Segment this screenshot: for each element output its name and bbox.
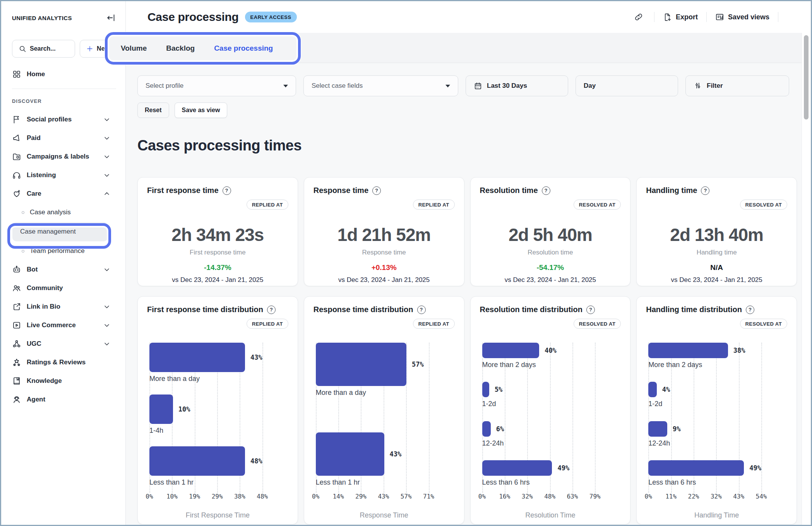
ratings-icon (12, 358, 21, 367)
bar-value-label: 49% (749, 464, 761, 472)
sidebar-item-case-analysis[interactable]: Case analysis (12, 203, 116, 222)
card-menu-icon[interactable] (281, 307, 288, 312)
card-menu-icon[interactable] (447, 307, 455, 312)
saved-views-button[interactable]: Saved views (715, 13, 769, 22)
tab-volume[interactable]: Volume (121, 44, 147, 53)
select-case-fields-dropdown[interactable]: Select case fields (303, 75, 458, 96)
x-tick-label: 57% (401, 493, 412, 500)
card-menu-icon[interactable] (779, 188, 787, 193)
flag-icon (12, 115, 21, 124)
header-more-menu-icon[interactable] (787, 15, 795, 19)
x-tick-label: 14% (333, 493, 344, 500)
header-divider (706, 12, 707, 22)
help-icon[interactable]: ? (372, 186, 381, 195)
kpi-compare-range: vs Dec 23, 2024 - Jan 21, 2025 (147, 276, 288, 284)
search-input[interactable]: Search... (12, 40, 75, 58)
sidebar-item-care[interactable]: Care (12, 184, 116, 203)
kpi-sublabel: Handling time (646, 249, 787, 256)
card-menu-icon[interactable] (447, 188, 455, 193)
sidebar-item-campaigns-labels[interactable]: Campaigns & labels (12, 147, 116, 166)
tab-backlog[interactable]: Backlog (166, 44, 195, 53)
select-profile-dropdown[interactable]: Select profile (137, 75, 296, 96)
filter-label: Filter (707, 82, 723, 90)
app-window: UNIFIED ANALYTICS Search... New (0, 0, 812, 526)
collapse-sidebar-icon[interactable] (106, 13, 116, 23)
x-tick-label: 29% (212, 493, 223, 500)
bar (648, 460, 744, 476)
granularity-button[interactable]: Day (576, 75, 678, 96)
kpi-card-title: Resolution time (480, 186, 538, 195)
header-divider (778, 12, 778, 22)
help-icon[interactable]: ? (417, 306, 426, 314)
kpi-compare-range: vs Dec 23, 2024 - Jan 21, 2025 (313, 276, 455, 284)
help-icon[interactable]: ? (586, 306, 595, 314)
card-menu-icon[interactable] (779, 307, 787, 312)
x-tick-label: 0% (645, 493, 652, 500)
sidebar-nav: Social profiles Paid Campaigns & labels … (12, 110, 116, 409)
filter-sliders-icon (694, 82, 702, 90)
help-icon[interactable]: ? (223, 186, 231, 195)
card-menu-icon[interactable] (613, 188, 621, 193)
x-axis-title: Resolution Time (480, 511, 621, 519)
scrollbar-thumb[interactable] (804, 35, 809, 120)
early-access-badge: EARLY ACCESS (245, 12, 297, 22)
sidebar-item-ugc[interactable]: UGC (12, 335, 116, 353)
bar-category-label: 1-2d (482, 400, 595, 408)
card-menu-icon[interactable] (281, 188, 288, 193)
export-button[interactable]: Export (663, 13, 698, 22)
sidebar-item-bot[interactable]: Bot (12, 260, 116, 279)
sidebar-item-label: Campaigns & labels (27, 153, 89, 161)
date-range-button[interactable]: Last 30 Days (466, 75, 568, 96)
bar-group: 43%More than a day (149, 343, 262, 383)
sidebar-item-community[interactable]: Community (12, 279, 116, 297)
page-title: Case processing (147, 10, 239, 24)
bars: 38%More than 2 days4%1-2d9%12-24h49%Less… (648, 343, 761, 487)
sidebar-item-knowledge[interactable]: Knowledge (12, 372, 116, 390)
bar-category-label: 12-24h (648, 439, 761, 447)
help-icon[interactable]: ? (746, 306, 754, 314)
sidebar-item-label: Link in Bio (27, 303, 60, 311)
bar-category-label: More than a day (149, 375, 262, 383)
help-icon[interactable]: ? (701, 186, 709, 195)
kpi-card: Response time ? REPLIED AT 1d 21h 52m Re… (304, 177, 464, 286)
sidebar-item-social-profiles[interactable]: Social profiles (12, 110, 116, 129)
bar-plot: 43%More than a day10%1-4h48%Less than 1 … (149, 343, 262, 487)
x-tick-label: 22% (688, 493, 699, 500)
sidebar-item-listening[interactable]: Listening (12, 166, 116, 184)
bar-group: 48%Less than 1 hr (149, 446, 262, 487)
reset-button[interactable]: Reset (137, 102, 169, 118)
bar-value-label: 9% (673, 425, 680, 433)
sidebar-item-team-performance[interactable]: Team performance (12, 242, 116, 260)
tab-case-processing[interactable]: Case processing (214, 44, 273, 53)
sidebar-item-link-in-bio[interactable]: Link in Bio (12, 297, 116, 316)
home-label: Home (27, 70, 45, 78)
care-icon (12, 189, 21, 198)
sidebar-item-label: Paid (27, 134, 41, 142)
sidebar-item-case-management-active[interactable]: Case management (12, 222, 108, 241)
export-label: Export (676, 13, 698, 21)
sidebar-item-agent[interactable]: Agent (12, 390, 116, 409)
sidebar-item-label: Knowledge (27, 377, 62, 385)
sidebar-item-paid[interactable]: Paid (12, 129, 116, 147)
scrollbar-track[interactable] (802, 33, 811, 525)
bar (648, 343, 728, 358)
sidebar-item-label: UGC (27, 340, 41, 348)
filter-button[interactable]: Filter (685, 75, 789, 96)
metric-basis-badge: REPLIED AT (413, 319, 455, 329)
help-icon[interactable]: ? (267, 306, 276, 314)
bullet-icon (22, 250, 24, 253)
card-menu-icon[interactable] (613, 307, 621, 312)
help-icon[interactable]: ? (542, 186, 550, 195)
community-icon (12, 283, 21, 293)
sidebar-item-live-commerce[interactable]: Live Commerce (12, 316, 116, 335)
x-tick-label: 19% (189, 493, 200, 500)
x-axis-ticks: 0%14%29%43%57%71% (316, 493, 429, 501)
sidebar-item-label: Ratings & Reviews (27, 359, 86, 366)
x-tick-label: 63% (567, 493, 578, 500)
bars: 43%More than a day10%1-4h48%Less than 1 … (149, 343, 262, 487)
copy-link-icon[interactable] (632, 10, 646, 24)
sidebar-item-ratings-reviews[interactable]: Ratings & Reviews (12, 353, 116, 372)
save-as-view-button[interactable]: Save as view (175, 102, 228, 118)
sidebar-item-home[interactable]: Home (12, 68, 116, 80)
calendar-icon (474, 82, 482, 90)
